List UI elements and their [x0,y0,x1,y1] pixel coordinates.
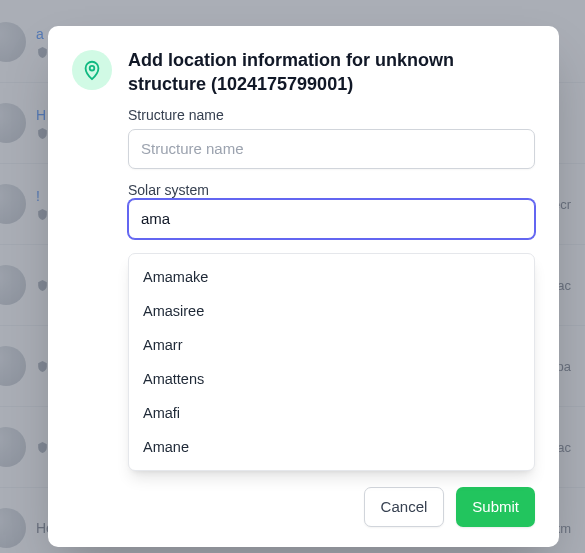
solar-system-input[interactable] [128,199,535,239]
dropdown-option[interactable]: Amafi [129,396,534,430]
modal-title: Add location information for unknown str… [128,48,535,97]
submit-button[interactable]: Submit [456,487,535,527]
dropdown-option[interactable]: Amane [129,430,534,464]
svg-point-0 [90,66,95,71]
add-location-modal: Add location information for unknown str… [48,26,559,547]
map-pin-icon [72,50,112,90]
dropdown-option[interactable]: Amattens [129,362,534,396]
dropdown-option[interactable]: Amarr [129,328,534,362]
solar-system-label: Solar system [128,182,209,198]
structure-name-label: Structure name [128,107,535,123]
dropdown-option[interactable]: Amasiree [129,294,534,328]
structure-name-input[interactable] [128,129,535,169]
cancel-button[interactable]: Cancel [364,487,445,527]
dropdown-option[interactable]: Amamake [129,260,534,294]
solar-system-dropdown: Amamake Amasiree Amarr Amattens Amafi Am… [128,253,535,471]
